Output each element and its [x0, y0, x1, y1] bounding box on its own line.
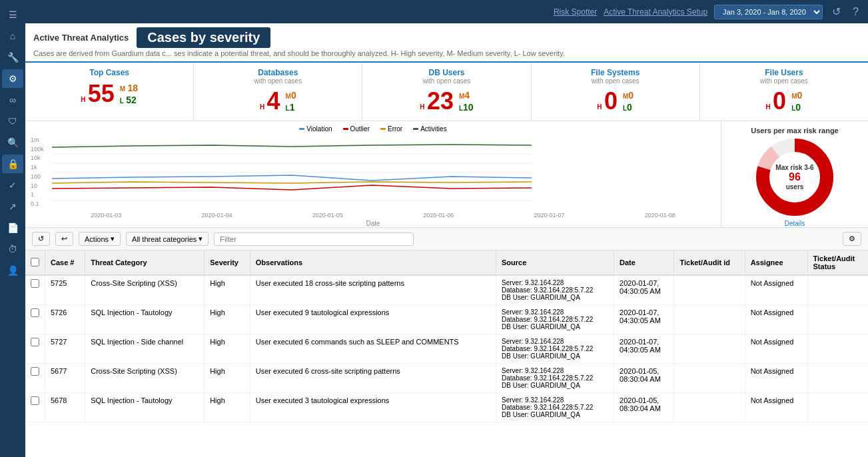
legend-error: Error	[380, 125, 402, 133]
filter-input[interactable]	[214, 232, 414, 246]
violation-dot	[299, 128, 304, 130]
arrow-icon[interactable]: ↗	[2, 197, 23, 216]
databases-numbers: H 4 M0 L1	[202, 87, 354, 115]
row-ticket	[674, 275, 745, 305]
refresh-table-btn[interactable]: ↺	[32, 232, 50, 246]
top-cases-l-row: L 52	[120, 95, 138, 105]
shield-icon[interactable]: 🛡	[2, 112, 23, 131]
donut-center-text: Max risk 3-6	[775, 164, 813, 171]
lock-icon[interactable]: 🔒	[2, 155, 23, 173]
row-checkbox[interactable]	[31, 367, 39, 376]
db-users-l-val: 10	[463, 102, 474, 113]
row-checkbox-cell[interactable]	[25, 305, 45, 334]
settings-icon[interactable]: ⚙	[2, 69, 23, 88]
page-header: Active Threat Analytics Cases by severit…	[25, 23, 868, 63]
row-checkbox[interactable]	[31, 338, 39, 346]
wrench-icon[interactable]: 🔧	[2, 48, 23, 67]
row-checkbox[interactable]	[31, 279, 39, 288]
row-observations: User executed 18 cross-site scripting pa…	[250, 275, 496, 305]
file-systems-h-val: 0	[604, 87, 618, 115]
databases-m-val: 0	[291, 90, 296, 101]
row-assignee: Not Assigned	[745, 364, 807, 393]
page-subtitle: Cases are derived from Guardium data c..…	[33, 49, 860, 57]
donut-details-link[interactable]: Details	[785, 220, 805, 227]
table-settings-btn[interactable]: ⚙	[843, 232, 861, 246]
risk-spotter-link[interactable]: Risk Spotter	[554, 7, 597, 17]
row-ticket	[674, 364, 745, 393]
donut-panel: Users per max risk range Max risk 3-6 96…	[721, 121, 868, 227]
date-range-select[interactable]: Jan 3, 2020 - Jan 8, 2020	[714, 5, 823, 19]
setup-link[interactable]: Active Threat Analytics Setup	[604, 7, 707, 17]
file-systems-m-val: 0	[628, 90, 634, 101]
top-cases-h-label: H	[81, 96, 85, 103]
row-ticket	[674, 334, 745, 364]
eye-icon[interactable]: ∞	[2, 91, 23, 109]
row-severity: High	[205, 334, 250, 364]
actions-dropdown-btn[interactable]: Actions ▾	[79, 232, 121, 246]
stat-card-db-users: DB Users with open cases H 23 M4 L10	[362, 63, 531, 121]
donut-title: Users per max risk range	[751, 127, 838, 135]
clock-icon[interactable]: ⏱	[2, 240, 23, 258]
col-source: Source	[496, 250, 614, 275]
row-severity: High	[205, 305, 250, 334]
undo-table-btn[interactable]: ↩	[55, 232, 73, 246]
legend-outlier: Outlier	[343, 125, 370, 133]
row-checkbox-cell[interactable]	[25, 364, 45, 393]
row-checkbox-cell[interactable]	[25, 393, 45, 422]
table-row: 5726 SQL Injection - Tautology High User…	[25, 305, 868, 334]
file-systems-subtitle: with open cases	[540, 77, 691, 85]
check-icon[interactable]: ✓	[2, 176, 23, 195]
col-observations: Observations	[250, 250, 496, 275]
category-label: All threat categories	[132, 235, 197, 243]
row-ticket-status	[807, 305, 868, 334]
row-ticket-status	[807, 275, 868, 305]
home-icon[interactable]: ⌂	[2, 27, 23, 45]
databases-h-group: H 4	[260, 87, 280, 115]
menu-icon[interactable]: ☰	[2, 5, 23, 24]
select-all-checkbox[interactable]	[31, 258, 39, 266]
main-content: Risk Spotter Active Threat Analytics Set…	[25, 0, 868, 457]
doc-icon[interactable]: 📄	[2, 219, 23, 237]
refresh-btn[interactable]: ↺	[829, 4, 843, 19]
row-source: Server: 9.32.164.228 Database: 9.32.164.…	[496, 364, 614, 393]
row-ticket-status	[807, 393, 868, 422]
row-checkbox-cell[interactable]	[25, 334, 45, 364]
stat-card-databases: Databases with open cases H 4 M0 L1	[194, 63, 362, 121]
top-cases-l-label: L	[120, 97, 124, 105]
chart-x-labels: 2020-01-03 2020-01-04 2020-01-05 2020-01…	[51, 212, 715, 219]
row-assignee: Not Assigned	[745, 393, 807, 422]
help-btn[interactable]: ?	[850, 5, 861, 19]
table-body: 5725 Cross-Site Scripting (XSS) High Use…	[25, 275, 868, 422]
user-icon[interactable]: 👤	[2, 261, 23, 280]
row-source: Server: 9.32.164.228 Database: 9.32.164.…	[496, 334, 614, 364]
row-date: 2020-01-07, 04:30:05 AM	[614, 334, 674, 364]
row-checkbox-cell[interactable]	[25, 275, 45, 305]
db-users-h-val: 23	[427, 87, 454, 115]
row-assignee: Not Assigned	[745, 275, 807, 305]
cases-title-badge: Cases by severity	[137, 27, 270, 48]
databases-ml-group: M0 L1	[286, 90, 296, 113]
search-icon[interactable]: 🔍	[2, 133, 23, 152]
page-title-row: Active Threat Analytics Cases by severit…	[33, 27, 860, 48]
row-threat-cat: Cross-Site Scripting (XSS)	[85, 364, 205, 393]
row-checkbox[interactable]	[31, 308, 39, 317]
table-toolbar: ↺ ↩ Actions ▾ All threat categories ▾ ⚙	[25, 228, 868, 250]
outlier-label: Outlier	[350, 125, 370, 133]
category-dropdown-icon: ▾	[199, 234, 203, 243]
chart-x-title: Date	[31, 220, 715, 227]
row-threat-cat: SQL Injection - Tautology	[85, 305, 205, 334]
stat-card-file-systems: File Systems with open cases H 0 M0 L0	[532, 63, 700, 121]
file-users-ml-group: M0 L0	[791, 90, 802, 113]
stats-row: Top Cases H 55 M 18 L 52	[25, 63, 868, 121]
file-systems-ml-group: M0 L0	[623, 90, 634, 113]
file-users-m-val: 0	[797, 90, 802, 101]
top-bar: Risk Spotter Active Threat Analytics Set…	[25, 0, 868, 23]
table-row: 5725 Cross-Site Scripting (XSS) High Use…	[25, 275, 868, 305]
table-row: 5727 SQL Injection - Side channel High U…	[25, 334, 868, 364]
row-checkbox[interactable]	[31, 396, 39, 405]
row-threat-cat: SQL Injection - Tautology	[85, 393, 205, 422]
sidebar: ☰ ⌂ 🔧 ⚙ ∞ 🛡 🔍 🔒 ✓ ↗ 📄 ⏱ 👤	[0, 0, 25, 457]
select-all-header[interactable]	[25, 250, 45, 275]
cases-table: Case # Threat Category Severity Observat…	[25, 250, 868, 422]
category-dropdown-btn[interactable]: All threat categories ▾	[126, 232, 209, 246]
